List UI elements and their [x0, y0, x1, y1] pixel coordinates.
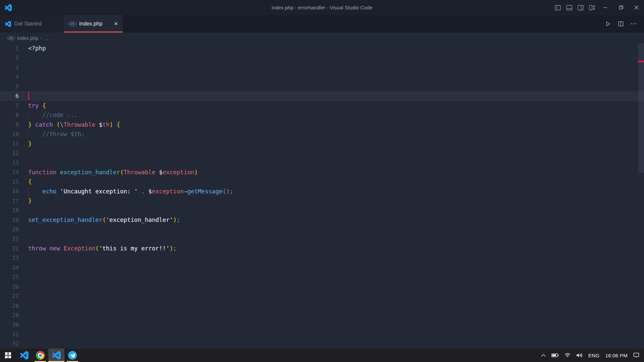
code-line[interactable]: 20 — [0, 225, 644, 234]
code-line[interactable]: 27 — [0, 291, 644, 301]
line-source[interactable]: //code ... — [19, 110, 644, 120]
code-line[interactable]: 23 — [0, 253, 644, 263]
split-editor-icon[interactable] — [614, 15, 627, 33]
tray-chevron-up-icon[interactable] — [541, 354, 546, 357]
code-line[interactable]: 1<?php — [0, 44, 644, 53]
run-code-icon[interactable] — [602, 15, 614, 33]
code-line[interactable]: 15{ — [0, 177, 644, 186]
code-line[interactable]: 25 — [0, 273, 644, 282]
scrollbar-slider[interactable] — [638, 44, 644, 173]
line-source[interactable]: set_exception_handler('exception_handler… — [19, 215, 644, 225]
wifi-icon[interactable] — [565, 353, 571, 358]
code-line[interactable]: 28 — [0, 301, 644, 310]
code-line[interactable]: 18 — [0, 205, 644, 215]
code-line[interactable]: 6 — [0, 91, 644, 101]
code-line[interactable]: 29 — [0, 310, 644, 320]
line-source[interactable] — [19, 339, 644, 349]
close-button[interactable] — [629, 0, 644, 15]
code-line[interactable]: 24 — [0, 263, 644, 272]
line-source[interactable]: try { — [19, 101, 644, 110]
line-source[interactable]: } catch (\Throwable $th) { — [19, 120, 644, 129]
code-line[interactable]: 5 — [0, 82, 644, 91]
line-source[interactable] — [19, 234, 644, 244]
line-source[interactable] — [19, 91, 644, 101]
code-line[interactable]: 17} — [0, 196, 644, 205]
code-line[interactable]: 13 — [0, 158, 644, 167]
action-center-icon[interactable] — [633, 353, 639, 358]
more-actions-icon[interactable] — [627, 15, 640, 33]
line-source[interactable]: function exception_handler(Throwable $ex… — [19, 168, 644, 177]
line-source[interactable]: } — [19, 139, 644, 148]
taskbar-app-telegram[interactable] — [64, 349, 80, 362]
code-line[interactable]: 4 — [0, 72, 644, 81]
taskbar-app-vscode[interactable] — [16, 349, 32, 362]
restore-button[interactable] — [613, 0, 629, 15]
line-source[interactable]: throw new Exception('this is my error!!'… — [19, 244, 644, 253]
language-indicator[interactable]: ENG — [588, 353, 599, 358]
line-source[interactable] — [19, 320, 644, 329]
code-editor[interactable]: 1<?php234567try {8 //code ...9} catch (\… — [0, 44, 644, 349]
code-line[interactable]: 9} catch (\Throwable $th) { — [0, 120, 644, 129]
line-source[interactable] — [19, 82, 644, 91]
line-source[interactable] — [19, 148, 644, 158]
code-line[interactable]: 7try { — [0, 101, 644, 110]
volume-icon[interactable] — [576, 353, 583, 358]
line-source[interactable] — [19, 53, 644, 62]
code-line[interactable]: 31 — [0, 329, 644, 339]
code-line[interactable]: 11} — [0, 139, 644, 148]
line-source[interactable] — [19, 158, 644, 167]
toggle-primary-sidebar-icon[interactable] — [552, 0, 564, 15]
line-source[interactable] — [19, 205, 644, 215]
line-source[interactable]: { — [19, 177, 644, 186]
line-source[interactable]: } — [19, 196, 644, 205]
line-source[interactable] — [19, 291, 644, 301]
line-source[interactable] — [19, 63, 644, 72]
code-line[interactable]: 26 — [0, 282, 644, 291]
code-line[interactable]: 19set_exception_handler('exception_handl… — [0, 215, 644, 225]
line-source[interactable] — [19, 253, 644, 263]
code-line[interactable]: 12 — [0, 148, 644, 158]
breadcrumb[interactable]: php index.php › … — [0, 33, 644, 44]
toggle-secondary-sidebar-icon[interactable] — [575, 0, 586, 15]
code-line[interactable]: 16 echo 'Uncaught exception: ' . $except… — [0, 187, 644, 196]
toggle-panel-icon[interactable] — [564, 0, 575, 15]
code-line[interactable]: 14function exception_handler(Throwable $… — [0, 168, 644, 177]
taskbar-app-vscode-active[interactable] — [48, 349, 64, 362]
breadcrumb-more[interactable]: … — [44, 36, 49, 41]
vscode-app-icon[interactable] — [4, 4, 12, 11]
line-source[interactable] — [19, 72, 644, 81]
line-source[interactable] — [19, 225, 644, 234]
indent-guide — [28, 129, 29, 139]
line-source[interactable]: <?php — [19, 44, 644, 53]
code-line[interactable]: 2 — [0, 53, 644, 62]
code-line[interactable]: 30 — [0, 320, 644, 329]
line-source[interactable]: //throw $th; — [19, 129, 644, 139]
line-source[interactable] — [19, 263, 644, 272]
start-button[interactable] — [0, 349, 16, 362]
code-line[interactable]: 21 — [0, 234, 644, 244]
taskbar-app-chrome[interactable] — [32, 349, 48, 362]
editor-scrollbar[interactable] — [637, 44, 644, 349]
code-line[interactable]: 32 — [0, 339, 644, 349]
battery-icon[interactable] — [551, 353, 559, 357]
line-source[interactable] — [19, 301, 644, 310]
tab-get-started[interactable]: Get Started — [0, 15, 64, 33]
clock[interactable]: 16:06 PM — [605, 353, 628, 358]
line-source[interactable] — [19, 329, 644, 339]
code-line[interactable]: 22throw new Exception('this is my error!… — [0, 244, 644, 253]
breadcrumb-file[interactable]: index.php — [17, 36, 38, 41]
line-source[interactable] — [19, 282, 644, 291]
tab-index-php[interactable]: php index.php ✕ — [64, 15, 123, 33]
customize-layout-icon[interactable] — [586, 0, 598, 15]
line-source[interactable] — [19, 310, 644, 320]
line-number: 16 — [0, 188, 19, 194]
line-source[interactable]: echo 'Uncaught exception: ' . $exception… — [19, 187, 644, 196]
line-source[interactable] — [19, 273, 644, 282]
minimize-button[interactable] — [598, 0, 613, 15]
telegram-icon — [68, 351, 77, 360]
code-line[interactable]: 3 — [0, 63, 644, 72]
code-line[interactable]: 10 //throw $th; — [0, 129, 644, 139]
code-line[interactable]: 8 //code ... — [0, 110, 644, 120]
titlebar: index.php - errorhandler - Visual Studio… — [0, 0, 644, 15]
tab-close-icon[interactable]: ✕ — [110, 21, 118, 27]
